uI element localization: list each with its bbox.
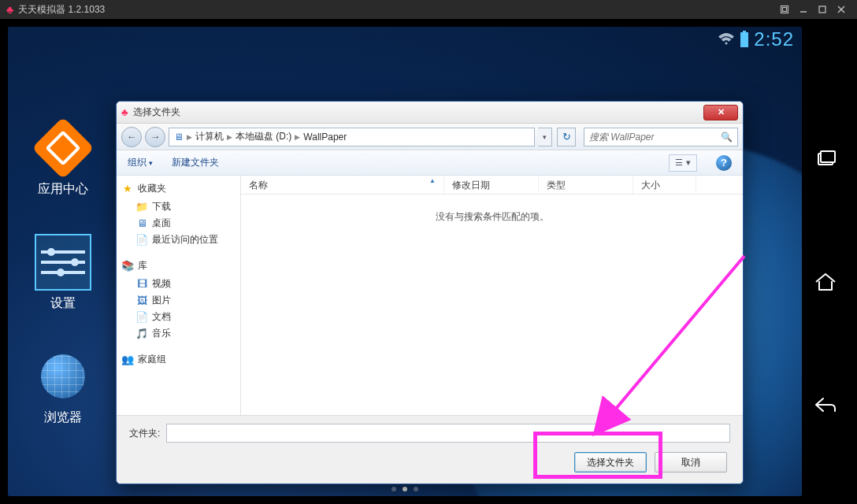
emulator-titlebar: ♣ 天天模拟器 1.2.1033 (0, 0, 857, 19)
col-date[interactable]: 修改日期 (444, 176, 539, 194)
tree-libraries[interactable]: 📚库 (121, 259, 236, 272)
organize-menu[interactable]: 组织 ▾ (128, 156, 153, 169)
search-box[interactable]: 🔍 (584, 128, 738, 146)
nav-forward-button[interactable]: → (145, 127, 165, 147)
svg-rect-0 (781, 6, 788, 13)
dialog-titlebar[interactable]: ♣ 选择文件夹 ✕ (117, 102, 743, 124)
pictures-icon: 🖼 (135, 295, 148, 307)
home-label: 应用中心 (38, 181, 88, 198)
emulator-minimize-button[interactable] (794, 2, 813, 17)
svg-rect-1 (783, 8, 787, 12)
android-screen: 2:52 应用中心 设置 浏览器 ♣ 选择文件夹 (8, 27, 802, 496)
search-input[interactable] (589, 132, 721, 143)
desktop-icon: 🖥 (135, 217, 148, 230)
tree-homegroup[interactable]: 👥家庭组 (121, 353, 236, 366)
android-statusbar: 2:52 (710, 27, 802, 52)
col-type[interactable]: 类型 (539, 176, 633, 194)
column-headers[interactable]: 名称▲ 修改日期 类型 大小 (241, 176, 743, 195)
nav-tree: ★收藏夹 📁下载 🖥桌面 📄最近访问的位置 📚库 🎞视频 🖼图片 📄文档 🎵音乐 (117, 176, 241, 415)
new-folder-button[interactable]: 新建文件夹 (172, 156, 219, 169)
library-icon: 📚 (121, 260, 134, 272)
tree-item-music[interactable]: 🎵音乐 (121, 325, 236, 342)
file-list: 名称▲ 修改日期 类型 大小 没有与搜索条件匹配的项。 (241, 176, 743, 415)
svg-rect-10 (821, 151, 835, 162)
home-label: 浏览器 (44, 410, 82, 426)
computer-icon: 🖥 (174, 132, 184, 143)
dialog-footer: 文件夹: 选择文件夹 取消 (117, 415, 743, 484)
svg-rect-3 (819, 6, 825, 13)
nav-home-button[interactable] (811, 268, 840, 296)
documents-icon: 📄 (135, 311, 148, 324)
tree-item-desktop[interactable]: 🖥桌面 (121, 215, 236, 232)
page-indicator (391, 487, 418, 491)
home-app-settings[interactable]: 设置 (28, 235, 98, 312)
emulator-logo-icon: ♣ (6, 3, 13, 16)
browser-icon (41, 354, 85, 398)
video-icon: 🎞 (135, 278, 148, 291)
tree-item-recent[interactable]: 📄最近访问的位置 (121, 232, 236, 248)
select-folder-button[interactable]: 选择文件夹 (574, 452, 647, 472)
nav-back-button[interactable] (811, 391, 840, 419)
col-size[interactable]: 大小 (633, 176, 696, 194)
svg-rect-6 (743, 31, 746, 32)
folder-input[interactable] (166, 424, 730, 443)
sort-indicator-icon: ▲ (429, 177, 436, 189)
emulator-title: 天天模拟器 1.2.1033 (18, 3, 105, 17)
nav-back-button[interactable]: ← (121, 127, 142, 147)
dialog-nav: ← → 🖥 ▶ 计算机 ▶ 本地磁盘 (D:) ▶ WallPaper ▾ ↻ … (117, 124, 743, 150)
view-mode-button[interactable]: ☰ ▾ (669, 154, 697, 172)
emulator-close-button[interactable] (832, 2, 851, 17)
clock: 2:52 (754, 28, 794, 50)
dialog-app-icon: ♣ (121, 106, 128, 118)
emulator-maximize-button[interactable] (813, 2, 832, 17)
svg-rect-7 (740, 32, 748, 47)
wifi-icon (718, 32, 735, 46)
folder-label: 文件夹: (129, 427, 160, 440)
tree-item-documents[interactable]: 📄文档 (121, 309, 236, 325)
search-icon: 🔍 (721, 132, 733, 143)
tree-item-downloads[interactable]: 📁下载 (121, 198, 236, 215)
breadcrumb-segment[interactable]: 本地磁盘 (D:) (236, 130, 291, 143)
home-label: 设置 (50, 295, 76, 312)
battery-icon (740, 31, 749, 48)
tree-item-videos[interactable]: 🎞视频 (121, 276, 236, 292)
empty-message: 没有与搜索条件匹配的项。 (241, 195, 743, 415)
col-name[interactable]: 名称▲ (241, 176, 444, 194)
nav-recent-button[interactable] (811, 145, 840, 173)
settings-icon (41, 246, 85, 278)
folder-dialog: ♣ 选择文件夹 ✕ ← → 🖥 ▶ 计算机 ▶ 本地磁盘 (D:) ▶ Wall… (116, 101, 744, 484)
recent-icon: 📄 (135, 234, 148, 246)
home-app-appcenter[interactable]: 应用中心 (28, 121, 98, 198)
breadcrumb-segment[interactable]: 计算机 (195, 130, 224, 143)
folder-icon: 📁 (135, 201, 148, 213)
address-bar[interactable]: 🖥 ▶ 计算机 ▶ 本地磁盘 (D:) ▶ WallPaper (169, 128, 535, 146)
appcenter-icon (32, 117, 94, 179)
homegroup-icon: 👥 (121, 354, 134, 366)
dialog-title: 选择文件夹 (133, 106, 180, 119)
music-icon: 🎵 (135, 328, 148, 340)
emulator-dock-button[interactable] (775, 2, 794, 17)
tree-item-pictures[interactable]: 🖼图片 (121, 292, 236, 309)
address-dropdown[interactable]: ▾ (538, 128, 552, 146)
cancel-button[interactable]: 取消 (655, 452, 727, 472)
home-app-browser[interactable]: 浏览器 (28, 350, 98, 426)
tree-favorites[interactable]: ★收藏夹 (121, 182, 236, 195)
dialog-close-button[interactable]: ✕ (703, 105, 738, 120)
refresh-button[interactable]: ↻ (557, 128, 576, 146)
breadcrumb-segment[interactable]: WallPaper (303, 132, 347, 143)
dialog-toolbar: 组织 ▾ 新建文件夹 ☰ ▾ ? (117, 150, 743, 176)
help-button[interactable]: ? (716, 155, 732, 171)
android-navbar (802, 27, 849, 496)
star-icon: ★ (121, 183, 134, 195)
